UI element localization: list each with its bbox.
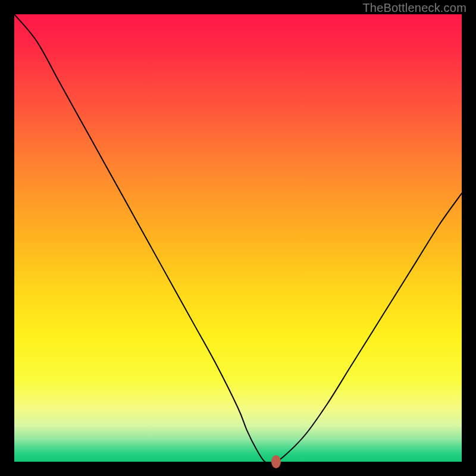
plot-area (14, 14, 462, 462)
chart-frame: TheBottleneck.com (0, 0, 476, 476)
watermark-text: TheBottleneck.com (362, 1, 466, 15)
optimal-point-marker (271, 455, 281, 468)
bottleneck-curve-path (14, 14, 462, 463)
curve-svg (14, 14, 462, 462)
